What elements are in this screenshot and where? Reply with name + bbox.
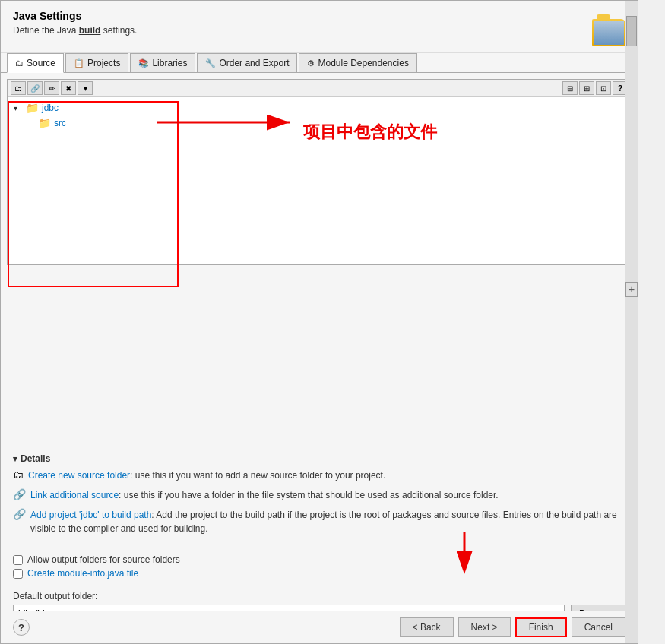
collapse-btn[interactable]: ⊟: [562, 81, 578, 95]
tree-panel: ▾ 📁 jdbc 📁 src: [8, 97, 631, 264]
jdbc-folder-icon: 📁: [26, 102, 39, 114]
expand-arrow-jdbc: ▾: [14, 104, 23, 112]
module-tab-icon: ⚙: [307, 58, 315, 68]
detail-text-2-rest: : use this if you have a folder in the f…: [119, 490, 499, 500]
filter-icon: ⊡: [600, 84, 606, 93]
subtitle-bold: build: [79, 25, 101, 36]
checkboxes-section: Allow output folders for source folders …: [1, 548, 638, 588]
help-inline-icon: ?: [618, 84, 622, 93]
subtitle-part1: Define the Java: [13, 25, 79, 36]
toolbar-right: ⊟ ⊞ ⊡ ?: [562, 81, 628, 95]
tabs-bar: 🗂 Source 📋 Projects 📚 Libraries 🔧 Order …: [1, 53, 638, 73]
tab-projects-label: Projects: [87, 58, 120, 68]
more-icon: ▾: [84, 84, 87, 93]
dialog-footer: ? < Back Next > Finish Cancel: [1, 611, 638, 643]
plus-button[interactable]: +: [625, 282, 638, 297]
tab-order-label: Order and Export: [219, 58, 289, 68]
libraries-tab-icon: 📚: [138, 58, 149, 68]
jdbc-label: jdbc: [42, 103, 59, 113]
detail-item-2: 🔗 Link additional source: use this if yo…: [13, 488, 625, 502]
link-additional-link[interactable]: Link additional source: [30, 490, 119, 500]
src-label: src: [54, 118, 66, 128]
source-toolbar: 🗂 🔗 ✏ ✖ ▾ ⊟ ⊞: [8, 80, 631, 97]
allow-output-label: Allow output folders for source folders: [27, 554, 180, 565]
remove-btn[interactable]: ✖: [61, 81, 76, 95]
tab-order-export[interactable]: 🔧 Order and Export: [197, 53, 297, 72]
remove-icon: ✖: [65, 84, 71, 93]
add-source-btn[interactable]: 🗂: [11, 81, 26, 95]
detail-icon-1: 🗂: [13, 469, 24, 481]
create-module-label: Create module-info.java file: [27, 568, 138, 579]
link-source-btn[interactable]: 🔗: [27, 81, 43, 95]
java-settings-dialog: Java Settings Define the Java build sett…: [0, 0, 638, 644]
back-button[interactable]: < Back: [400, 617, 454, 637]
toolbar-left: 🗂 🔗 ✏ ✖ ▾: [11, 81, 93, 95]
src-folder-icon: 📁: [38, 117, 51, 129]
filter-btn[interactable]: ⊡: [596, 81, 611, 95]
add-source-icon: 🗂: [14, 84, 22, 93]
detail-text-1-rest: : use this if you want to add a new sour…: [130, 470, 385, 481]
dialog-header: Java Settings Define the Java build sett…: [1, 1, 638, 53]
edit-icon: ✏: [49, 84, 55, 93]
tree-item-jdbc[interactable]: ▾ 📁 jdbc: [11, 100, 628, 115]
detail-text-3: Add project 'jdbc' to build path: Add th…: [30, 508, 625, 535]
expand-icon: ⊞: [584, 84, 590, 93]
scrollbar[interactable]: [625, 1, 638, 643]
tree-item-src[interactable]: 📁 src: [23, 115, 628, 131]
source-tab-icon: 🗂: [15, 58, 24, 68]
tree-children-jdbc: 📁 src: [23, 115, 628, 131]
detail-text-2: Link additional source: use this if you …: [30, 488, 499, 502]
scrollbar-thumb[interactable]: [626, 16, 637, 46]
cancel-button[interactable]: Cancel: [572, 617, 625, 637]
header-text: Java Settings Define the Java build sett…: [13, 10, 137, 36]
footer-right: < Back Next > Finish Cancel: [400, 617, 625, 637]
tab-libraries[interactable]: 📚 Libraries: [130, 53, 195, 72]
create-module-checkbox[interactable]: [13, 569, 23, 579]
allow-output-checkbox[interactable]: [13, 555, 23, 565]
checkbox-row-1: Allow output folders for source folders: [13, 554, 625, 565]
folder-icon: [589, 10, 625, 46]
output-label: Default output folder:: [13, 591, 625, 601]
source-panel: 🗂 🔗 ✏ ✖ ▾ ⊟ ⊞: [7, 79, 632, 265]
more-btn[interactable]: ▾: [78, 81, 93, 95]
subtitle-part2: settings.: [100, 25, 137, 36]
order-tab-icon: 🔧: [205, 58, 216, 68]
edit-btn[interactable]: ✏: [44, 81, 59, 95]
tab-projects[interactable]: 📋 Projects: [65, 53, 128, 72]
expand-btn[interactable]: ⊞: [579, 81, 594, 95]
detail-text-1: Create new source folder: use this if yo…: [28, 469, 385, 482]
link-source-icon: 🔗: [30, 84, 40, 93]
footer-left: ?: [13, 619, 30, 636]
detail-item-3: 🔗 Add project 'jdbc' to build path: Add …: [13, 508, 625, 535]
tab-source-label: Source: [27, 58, 55, 68]
detail-item-1: 🗂 Create new source folder: use this if …: [13, 469, 625, 482]
detail-icon-2: 🔗: [13, 488, 26, 500]
tab-libraries-label: Libraries: [152, 58, 187, 68]
next-button[interactable]: Next >: [458, 617, 511, 637]
help-button[interactable]: ?: [13, 619, 30, 636]
tab-source[interactable]: 🗂 Source: [7, 53, 64, 73]
detail-icon-3: 🔗: [13, 508, 26, 520]
dialog-title: Java Settings: [13, 10, 137, 22]
finish-button[interactable]: Finish: [515, 617, 567, 637]
tab-module-deps[interactable]: ⚙ Module Dependencies: [299, 53, 416, 72]
add-project-link[interactable]: Add project 'jdbc' to build path: [30, 510, 151, 520]
collapse-icon: ⊟: [567, 84, 573, 93]
details-title: Details: [13, 453, 625, 464]
projects-tab-icon: 📋: [74, 58, 84, 68]
tab-module-label: Module Dependencies: [318, 58, 408, 68]
checkbox-row-2: Create module-info.java file: [13, 568, 625, 579]
details-section: Details 🗂 Create new source folder: use …: [1, 447, 638, 548]
create-source-link[interactable]: Create new source folder: [28, 470, 130, 481]
dialog-subtitle: Define the Java build settings.: [13, 25, 137, 36]
